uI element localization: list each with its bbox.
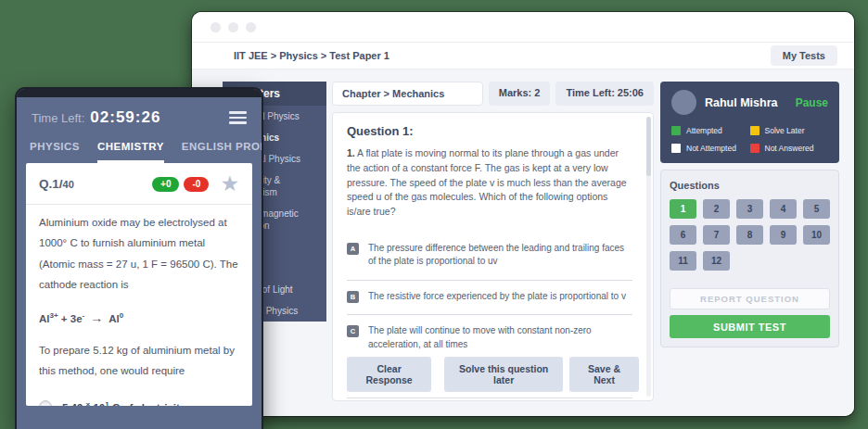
questions-panel-title: Questions [670, 180, 830, 191]
breadcrumb[interactable]: IIT JEE > Physics > Test Paper 1 [234, 50, 771, 61]
question-area: Chapter > Mechanics Marks: 2 Time Left: … [332, 82, 654, 401]
question-cell-6[interactable]: 6 [670, 225, 696, 245]
question-text: 1. A flat plate is moving normal to its … [347, 146, 632, 220]
user-card: Rahul Mishra Pause Attempted Solve Later [660, 82, 839, 163]
arrow-icon: → [90, 310, 103, 325]
window-control-dot[interactable] [211, 22, 221, 32]
question-cell-10[interactable]: 10 [803, 225, 830, 245]
option-c-badge: C [347, 325, 359, 337]
solve-later-swatch [750, 126, 760, 135]
tab-english-proficiency[interactable]: ENGLISH PROFICIENCY [182, 141, 262, 163]
tab-chemistry[interactable]: CHEMISTRY [97, 141, 164, 163]
legend-not-attempted: Not Attempted [671, 144, 750, 153]
questions-panel: Questions 1 2 3 4 5 6 7 8 9 10 11 12 [660, 170, 839, 347]
hamburger-menu-icon[interactable] [229, 111, 247, 124]
question-cell-9[interactable]: 9 [770, 225, 797, 245]
chapter-label: Chapter > Mechanics [332, 82, 483, 106]
mobile-option-1[interactable]: 5.49 × 101 C of electricity [39, 400, 239, 406]
legend-attempted: Attempted [671, 126, 750, 135]
window-titlebar [192, 12, 854, 42]
question-cell-2[interactable]: 2 [703, 199, 730, 219]
question-body: A flat plate is moving normal to its pla… [347, 147, 627, 217]
mobile-header: Time Left: 02:59:26 [17, 97, 262, 127]
mobile-time-value: 02:59:26 [90, 108, 160, 127]
question-cell-1[interactable]: 1 [670, 199, 696, 219]
time-left-badge: Time Left: 25:06 [555, 82, 654, 106]
desktop-content: Chapters General Physics Mechanics Therm… [192, 69, 854, 416]
mobile-counter-row: Q.1/40 +0 -0 ★ [39, 173, 239, 195]
breadcrumb-bar: IIT JEE > Physics > Test Paper 1 My Test… [192, 42, 854, 69]
question-topbar: Chapter > Mechanics Marks: 2 Time Left: … [332, 82, 654, 106]
desktop-test-window: IIT JEE > Physics > Test Paper 1 My Test… [192, 12, 854, 416]
not-attempted-swatch [671, 144, 681, 153]
question-number: 1. [347, 147, 355, 158]
mobile-option-1-text: 5.49 × 101 C of electricity [62, 400, 185, 406]
question-card: Question 1: 1. A flat plate is moving no… [332, 112, 654, 401]
solve-later-button[interactable]: Solve this question later [444, 357, 563, 392]
legend-not-answered: Not Answered [750, 144, 829, 153]
scrollbar-thumb[interactable] [646, 117, 651, 176]
option-a-text: The pressure difference between the lead… [368, 242, 632, 269]
mobile-question-paragraph-2: To prepare 5.12 kg of aluminium metal by… [39, 340, 239, 382]
question-cell-11[interactable]: 11 [670, 251, 696, 271]
solve-later-label: Solve Later [765, 126, 805, 135]
question-cell-3[interactable]: 3 [736, 199, 763, 219]
avatar [671, 90, 696, 115]
mobile-subject-tabs: PHYSICS CHEMISTRY ENGLISH PROFICIENCY [17, 141, 262, 163]
attempted-swatch [671, 126, 681, 135]
question-cell-7[interactable]: 7 [703, 225, 730, 245]
status-legend: Attempted Solve Later Not Attempted [671, 126, 828, 153]
positive-marks-pill: +0 [152, 177, 179, 192]
attempted-label: Attempted [686, 126, 722, 135]
window-control-dot[interactable] [246, 22, 256, 32]
question-title: Question 1: [347, 124, 632, 138]
question-scrollbar[interactable] [646, 117, 651, 397]
question-counter: Q.1/40 [39, 177, 74, 191]
mobile-time-label: Time Left: [32, 111, 84, 125]
stage: IIT JEE > Physics > Test Paper 1 My Test… [0, 0, 868, 429]
cathode-reaction: Al3+ + 3e-→Al0 [39, 310, 239, 325]
report-question-button[interactable]: REPORT QUESTION [670, 288, 830, 309]
my-tests-button[interactable]: My Tests [771, 45, 837, 66]
mobile-bezel [17, 89, 262, 97]
marks-badge: Marks: 2 [489, 82, 551, 106]
option-b-badge: B [347, 291, 359, 303]
question-actions: Clear Response Solve this question later… [347, 351, 639, 392]
submit-test-button[interactable]: SUBMIT TEST [670, 315, 830, 338]
question-cell-4[interactable]: 4 [770, 199, 797, 219]
mobile-question-paragraph-1: Aluminium oxide may be electrolysed at 1… [39, 212, 239, 296]
option-a[interactable]: A The pressure difference between the le… [347, 233, 632, 281]
question-cell-12[interactable]: 12 [703, 251, 730, 271]
user-name: Rahul Mishra [705, 96, 787, 109]
pause-button[interactable]: Pause [796, 96, 828, 109]
question-number-grid: 1 2 3 4 5 6 7 8 9 10 11 12 [670, 199, 830, 271]
option-b[interactable]: B The resistive force experienced by the… [347, 281, 632, 316]
negative-marks-pill: -0 [184, 177, 209, 192]
option-b-text: The resistive force experienced by the p… [368, 290, 626, 304]
not-answered-label: Not Answered [765, 144, 814, 153]
mobile-question-card: Q.1/40 +0 -0 ★ Aluminium oxide may be el… [26, 163, 252, 406]
card-divider [26, 204, 252, 205]
save-next-button[interactable]: Save & Next [569, 357, 639, 392]
legend-solve-later: Solve Later [750, 126, 829, 135]
window-control-dot[interactable] [228, 22, 238, 32]
radio-button[interactable] [39, 400, 52, 406]
not-attempted-label: Not Attempted [686, 144, 736, 153]
option-a-badge: A [347, 243, 359, 255]
bookmark-star-icon[interactable]: ★ [220, 173, 239, 195]
right-panel: Rahul Mishra Pause Attempted Solve Later [660, 82, 839, 347]
mobile-test-window: Time Left: 02:59:26 PHYSICS CHEMISTRY EN… [17, 89, 262, 429]
marks-pills: +0 -0 [152, 177, 209, 192]
clear-response-button[interactable]: Clear Response [347, 357, 431, 392]
question-cell-8[interactable]: 8 [736, 225, 763, 245]
not-answered-swatch [750, 144, 760, 153]
tab-physics[interactable]: PHYSICS [30, 141, 80, 163]
option-c-text: The plate will continue to move with con… [368, 324, 632, 351]
question-cell-5[interactable]: 5 [803, 199, 830, 219]
